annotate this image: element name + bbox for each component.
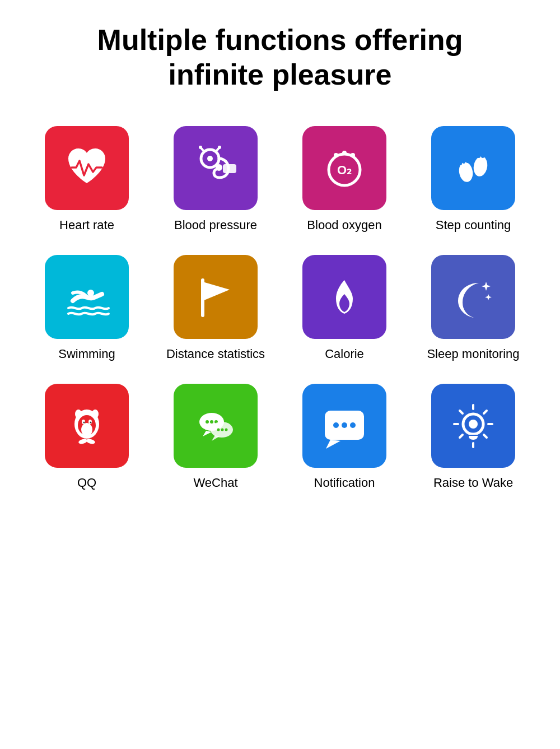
svg-point-48 [342, 422, 347, 428]
wechat-label: WeChat [193, 476, 237, 490]
feature-wechat: WeChat [157, 384, 274, 490]
wechat-icon [190, 401, 241, 451]
svg-rect-7 [223, 164, 236, 173]
svg-line-57 [484, 411, 487, 413]
feature-notification: Notification [286, 384, 403, 490]
sleep-monitoring-icon [448, 272, 498, 322]
step-counting-icon [448, 143, 498, 193]
svg-point-47 [333, 422, 339, 428]
svg-point-2 [216, 164, 222, 171]
svg-point-16 [462, 160, 465, 164]
calorie-icon-box [302, 255, 386, 339]
svg-point-10 [334, 153, 338, 157]
svg-point-21 [87, 290, 94, 296]
feature-calorie: Calorie [286, 255, 403, 361]
svg-point-1 [207, 156, 213, 161]
svg-point-33 [78, 438, 88, 445]
sleep-monitoring-label: Sleep monitoring [427, 347, 519, 361]
swimming-label: Swimming [58, 347, 115, 361]
svg-point-32 [92, 410, 99, 418]
page-title: Multiple functions offering infinite ple… [97, 22, 463, 92]
distance-statistics-icon [190, 272, 241, 322]
svg-point-20 [481, 155, 484, 158]
feature-sleep-monitoring: Sleep monitoring [414, 255, 532, 361]
svg-point-37 [206, 420, 209, 424]
svg-point-17 [466, 160, 469, 163]
svg-line-58 [460, 435, 463, 438]
svg-point-29 [83, 421, 85, 423]
svg-point-34 [86, 438, 96, 445]
svg-marker-41 [212, 435, 220, 441]
heart-rate-icon-box [45, 126, 129, 210]
step-counting-label: Step counting [436, 218, 511, 232]
calorie-icon [319, 272, 370, 322]
heart-rate-icon [62, 143, 112, 193]
blood-oxygen-icon-box: O₂ [302, 126, 386, 210]
blood-oxygen-label: Blood oxygen [307, 218, 381, 232]
blood-oxygen-icon: O₂ [319, 143, 370, 193]
notification-icon-box [302, 384, 386, 468]
svg-point-6 [218, 146, 221, 149]
blood-pressure-label: Blood pressure [174, 218, 257, 232]
distance-statistics-label: Distance statistics [166, 347, 265, 361]
feature-qq: QQ [28, 384, 146, 490]
svg-point-15 [459, 162, 462, 165]
svg-point-60 [469, 420, 478, 429]
feature-heart-rate: Heart rate [28, 126, 146, 232]
svg-point-11 [342, 151, 347, 155]
svg-point-42 [217, 428, 220, 431]
qq-label: QQ [77, 476, 96, 490]
wechat-icon-box [174, 384, 258, 468]
notification-label: Notification [314, 476, 375, 490]
feature-swimming: Swimming [28, 255, 146, 361]
svg-point-43 [221, 428, 224, 431]
notification-icon [319, 401, 370, 451]
svg-marker-36 [203, 431, 212, 436]
svg-line-56 [460, 411, 463, 413]
feature-blood-oxygen: O₂ Blood oxygen [286, 126, 403, 232]
feature-distance-statistics: Distance statistics [157, 255, 274, 361]
heart-rate-label: Heart rate [59, 218, 114, 232]
swimming-icon [62, 272, 112, 322]
svg-marker-46 [326, 440, 340, 449]
swimming-icon-box [45, 255, 129, 339]
raise-to-wake-icon-box [431, 384, 515, 468]
svg-point-12 [351, 153, 355, 157]
svg-point-19 [477, 155, 480, 158]
svg-point-5 [199, 146, 202, 149]
qq-icon [62, 401, 112, 451]
blood-pressure-icon [190, 143, 241, 193]
svg-point-30 [90, 421, 92, 423]
svg-point-18 [473, 156, 477, 160]
svg-point-31 [75, 410, 82, 418]
svg-point-49 [350, 422, 356, 428]
svg-point-26 [81, 423, 92, 436]
svg-line-59 [484, 435, 487, 438]
svg-point-44 [225, 428, 228, 431]
blood-pressure-icon-box [174, 126, 258, 210]
calorie-label: Calorie [325, 347, 364, 361]
features-grid: Heart rate Blood pressure [28, 126, 532, 490]
raise-to-wake-label: Raise to Wake [433, 476, 513, 490]
step-counting-icon-box [431, 126, 515, 210]
sleep-monitoring-icon-box [431, 255, 515, 339]
feature-step-counting: Step counting [414, 126, 532, 232]
feature-blood-pressure: Blood pressure [157, 126, 274, 232]
qq-icon-box [45, 384, 129, 468]
raise-to-wake-icon [448, 401, 498, 451]
svg-text:O₂: O₂ [337, 163, 352, 177]
feature-raise-to-wake: Raise to Wake [414, 384, 532, 490]
distance-statistics-icon-box [174, 255, 258, 339]
svg-point-38 [210, 420, 213, 424]
svg-marker-23 [203, 282, 230, 301]
